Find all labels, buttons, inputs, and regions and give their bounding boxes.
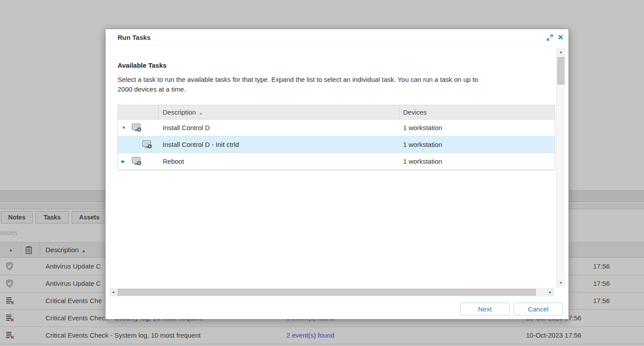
tab-assets[interactable]: Assets (72, 211, 107, 223)
tasks-table: Description▲ Devices ▼ Install Control D… (118, 105, 555, 170)
task-row[interactable]: ▼ Install Control D 1 workstation (118, 119, 555, 136)
horizontal-scrollbar-thumb[interactable] (118, 289, 536, 296)
issue-description: Critical Events Check - System log, 10 m… (46, 327, 201, 344)
dialog-header: Run Tasks ✕ (106, 29, 568, 46)
task-devices: 1 workstation (403, 136, 442, 153)
scroll-left-button[interactable]: ◄ (109, 288, 117, 296)
description-column-label: Description (163, 108, 196, 116)
column-divider (20, 242, 21, 258)
scroll-up-button[interactable]: ▲ (556, 48, 565, 56)
antivirus-shield-icon (6, 279, 13, 289)
next-button[interactable]: Next (460, 303, 510, 315)
cancel-button[interactable]: Cancel (514, 303, 563, 315)
critical-events-icon (6, 314, 14, 324)
run-tasks-dialog: Run Tasks ✕ Available Tasks Select a tas… (105, 29, 569, 319)
critical-events-icon (6, 331, 14, 341)
column-divider (40, 242, 40, 258)
clipboard-column-icon (26, 246, 32, 256)
task-monitor-icon (142, 140, 152, 150)
task-devices: 1 workstation (403, 153, 442, 170)
section-heading: Available Tasks (118, 62, 167, 69)
vertical-scrollbar-thumb[interactable] (557, 57, 564, 85)
column-divider (158, 105, 159, 119)
partial-section-label: ssues (0, 229, 17, 236)
column-divider (399, 105, 399, 119)
issue-description: Antivirus Update C (46, 258, 101, 275)
issue-timestamp: 17:56 (593, 292, 610, 309)
sort-ascending-icon: ▲ (199, 111, 203, 115)
scroll-down-button[interactable]: ▼ (556, 279, 565, 287)
issue-row[interactable]: Critical Events Check - System log, 10 m… (0, 327, 644, 344)
critical-events-icon (6, 296, 14, 307)
collapse-expander-icon[interactable]: ▼ (122, 119, 126, 136)
event-count-link[interactable]: 2 event(s) found (286, 327, 334, 344)
tab-tasks[interactable]: Tasks (35, 211, 69, 223)
expand-expander-icon[interactable]: ▶ (122, 153, 125, 170)
instructions-line: 2000 devices at a time. (118, 85, 556, 94)
description-column-header[interactable]: Description▲ (163, 105, 203, 120)
issue-description: Critical Events Che (46, 292, 102, 309)
vertical-scrollbar[interactable]: ▲ ▼ (556, 48, 565, 287)
instructions-line: Select a task to run the available tasks… (118, 75, 556, 85)
task-monitor-icon (132, 157, 141, 167)
issue-timestamp: 10-Oct-2023 17:56 (526, 327, 581, 344)
issue-timestamp: 17:56 (593, 275, 610, 292)
task-monitor-icon (132, 123, 141, 134)
antivirus-shield-icon (6, 262, 13, 272)
tab-notes[interactable]: Notes (1, 211, 33, 223)
sort-ascending-icon: ▲ (82, 249, 86, 253)
description-column-header[interactable]: Description▲ (46, 242, 86, 258)
issue-timestamp: 17:56 (593, 258, 610, 275)
tasks-table-header: Description▲ Devices (118, 105, 555, 119)
sort-ascending-icon[interactable]: ▲ (9, 242, 13, 258)
task-label: Reboot (163, 153, 184, 170)
expand-dialog-icon[interactable] (546, 34, 553, 41)
issue-description: Antivirus Update C (46, 275, 101, 292)
instructions-text: Select a task to run the available tasks… (118, 75, 556, 94)
devices-column-header[interactable]: Devices (403, 105, 427, 119)
task-label: Install Control D - Init ctrld (163, 136, 239, 153)
task-label: Install Control D (163, 119, 210, 136)
task-devices: 1 workstation (403, 119, 442, 136)
description-column-label: Description (46, 246, 79, 254)
scroll-right-button[interactable]: ► (546, 288, 554, 296)
close-icon[interactable]: ✕ (558, 29, 564, 46)
horizontal-scrollbar[interactable]: ◄ ► (109, 288, 554, 296)
task-row-selected[interactable]: Install Control D - Init ctrld 1 worksta… (118, 136, 555, 153)
dialog-title: Run Tasks (118, 29, 151, 46)
task-row[interactable]: ▶ Reboot 1 workstation (118, 153, 555, 170)
